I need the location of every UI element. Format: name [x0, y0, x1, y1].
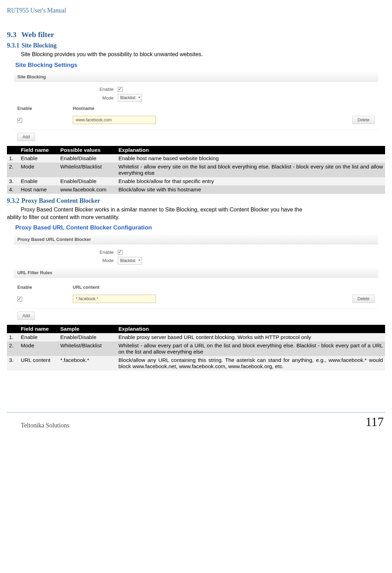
subsection-number: 9.3.2: [7, 197, 19, 204]
add-button[interactable]: Add: [17, 312, 35, 320]
cell-field: Mode: [19, 163, 58, 177]
cell-exp: Block/allow any URL containing this stri…: [116, 356, 385, 371]
entry-enable-checkbox[interactable]: [17, 118, 22, 123]
cell-val: Enable/Disable: [58, 333, 116, 341]
th-fieldname: Field name: [19, 325, 58, 333]
panel-title: Proxy Based URL Content Blocker Configur…: [15, 224, 378, 231]
mode-select[interactable]: Blacklist: [118, 94, 142, 102]
enable-checkbox[interactable]: [118, 250, 123, 255]
cell-field: Enable: [19, 177, 58, 185]
cell-exp: Enable block/allow for that specific ent…: [116, 177, 385, 185]
url-filter-rules-bar: URL Filter Rules: [14, 268, 378, 278]
enable-label: Enable: [14, 87, 118, 92]
cell-val: Enable/Disable: [58, 154, 116, 163]
th-possible-values: Possible values: [58, 146, 116, 154]
th-fieldname: Field name: [19, 146, 58, 154]
cell-num: 2.: [7, 341, 19, 356]
cell-field: Enable: [19, 154, 58, 163]
subsection-title: Proxy Based Content Blocker: [21, 197, 100, 204]
cell-num: 4.: [7, 185, 19, 194]
th-explanation: Explanation: [116, 146, 385, 154]
delete-button[interactable]: Delete: [352, 116, 375, 124]
url-content-input[interactable]: *.facebook.*: [73, 295, 156, 303]
cell-field: Mode: [19, 341, 58, 356]
cell-num: 3.: [7, 356, 19, 371]
proxy-intro-line1: Proxy Based Content Blocker works in a s…: [21, 206, 385, 214]
table-row: 2. Mode Whitelist/Blacklist Whitelist - …: [7, 341, 385, 356]
cell-exp: Whitelist - allow every part of a URL on…: [116, 341, 385, 356]
cell-field: Enable: [19, 333, 58, 341]
cell-val: Enable/Disable: [58, 177, 116, 185]
cell-val: Whitelist/Blacklist: [58, 163, 116, 177]
proxy-blocker-table: Field name Sample Explanation 1. Enable …: [7, 325, 385, 371]
enable-label: Enable: [14, 250, 118, 255]
enable-checkbox[interactable]: [118, 87, 123, 92]
th-explanation: Explanation: [116, 325, 385, 333]
tab-site-blocking[interactable]: Site Blocking: [14, 72, 378, 82]
panel-title: Site Blocking Settings: [15, 62, 378, 69]
section-number: 9.3: [7, 30, 17, 39]
table-row: 2. Mode Whitelist/Blacklist Whitelist - …: [7, 163, 385, 177]
th-blank: [7, 146, 19, 154]
table-row: 3. URL content *.facebook.* Block/allow …: [7, 356, 385, 371]
cell-exp: Block/allow site with this hostname: [116, 185, 385, 194]
column-url-content: URL content: [73, 285, 375, 290]
cell-val: www.facebook.com: [58, 185, 116, 194]
hostname-input[interactable]: www.facebook.com: [73, 116, 156, 124]
delete-button[interactable]: Delete: [352, 295, 375, 303]
site-blocking-screenshot: Site Blocking Settings Site Blocking Ena…: [14, 62, 378, 144]
column-hostname: Hostname: [73, 106, 375, 111]
table-row: 1. Enable Enable/Disable Enable proxy se…: [7, 333, 385, 341]
cell-val: *.facebook.*: [58, 356, 116, 371]
cell-exp: Enable proxy server based URL content bl…: [116, 333, 385, 341]
subsection-heading-site-blocking: 9.3.1Site Blocking: [7, 42, 385, 49]
page-footer: Teltonika Solutions 117: [7, 412, 385, 429]
footer-company: Teltonika Solutions: [21, 422, 69, 429]
section-heading-web-filter: 9.3Web filter: [7, 30, 385, 39]
cell-val: Whitelist/Blacklist: [58, 341, 116, 356]
subsection-heading-proxy-blocker: 9.3.2Proxy Based Content Blocker: [7, 197, 385, 205]
proxy-intro-line2: ability to filter out content with more …: [7, 214, 385, 221]
cell-field: Host name: [19, 185, 58, 194]
table-row: 1. Enable Enable/Disable Enable host nam…: [7, 154, 385, 163]
table-row: 4. Host name www.facebook.com Block/allo…: [7, 185, 385, 194]
table-row: 3. Enable Enable/Disable Enable block/al…: [7, 177, 385, 185]
section-title: Web filter: [21, 30, 54, 39]
column-enable: Enable: [17, 285, 73, 290]
page-number: 117: [365, 415, 384, 429]
cell-num: 1.: [7, 333, 19, 341]
cell-num: 1.: [7, 154, 19, 163]
add-button[interactable]: Add: [17, 133, 35, 141]
tab-proxy-blocker[interactable]: Proxy Based URL Content Blocker: [14, 235, 378, 244]
mode-label: Mode: [14, 95, 118, 101]
cell-num: 3.: [7, 177, 19, 185]
cell-field: URL content: [19, 356, 58, 371]
th-sample: Sample: [58, 325, 116, 333]
site-blocking-table: Field name Possible values Explanation 1…: [7, 146, 385, 194]
cell-exp: Whitelist - allow every site on the list…: [116, 163, 385, 177]
cell-num: 2.: [7, 163, 19, 177]
mode-select[interactable]: Blacklist: [118, 257, 142, 264]
cell-exp: Enable host name based website blocking: [116, 154, 385, 163]
subsection-number: 9.3.1: [7, 42, 19, 49]
proxy-blocker-screenshot: Proxy Based URL Content Blocker Configur…: [14, 224, 378, 323]
entry-enable-checkbox[interactable]: [17, 297, 22, 302]
mode-label: Mode: [14, 258, 118, 263]
th-blank: [7, 325, 19, 333]
subsection-title: Site Blocking: [21, 42, 57, 49]
column-enable: Enable: [17, 106, 73, 111]
site-blocking-intro: Site Blocking provides you with the poss…: [21, 51, 385, 58]
document-header: RUT955 User's Manual: [7, 7, 385, 16]
